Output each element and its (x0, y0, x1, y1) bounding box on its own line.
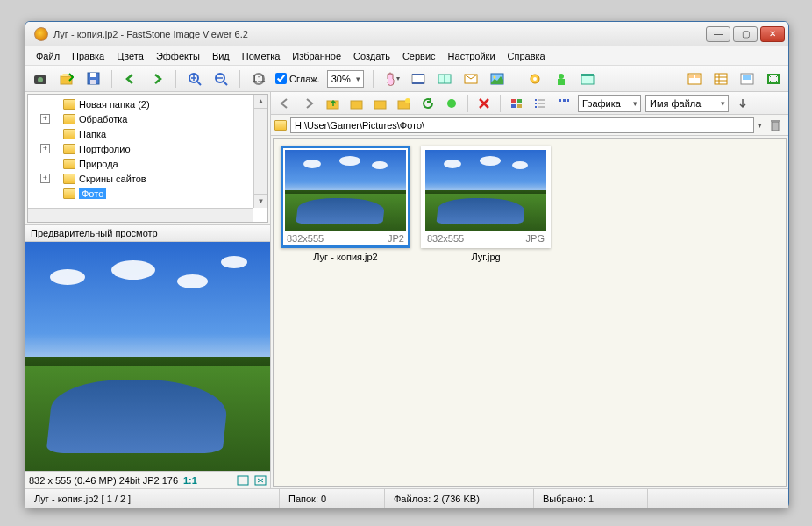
close-button[interactable]: ✕ (760, 26, 785, 42)
folder-icon (63, 129, 75, 139)
svg-rect-25 (715, 74, 727, 84)
open-icon[interactable] (57, 69, 76, 89)
tree-vscrollbar[interactable] (253, 95, 267, 208)
menu-effects[interactable]: Эффекты (151, 49, 205, 63)
thumbnail-area[interactable]: 832x555JP2 Луг - копия.jp2 832x555JPG Лу… (273, 138, 787, 487)
svg-rect-29 (238, 476, 248, 485)
trash-icon[interactable] (766, 116, 785, 135)
expand-icon[interactable] (254, 475, 267, 486)
tree-item[interactable]: Природа (28, 156, 267, 171)
svg-rect-20 (581, 75, 594, 84)
favorite-icon[interactable] (442, 94, 461, 113)
svg-rect-37 (511, 99, 516, 103)
zoom-select[interactable]: 30% (327, 70, 364, 88)
thumbnail[interactable]: 832x555JPG Луг.jpg (421, 146, 551, 262)
menu-colors[interactable]: Цвета (111, 49, 149, 63)
menu-edit[interactable]: Правка (67, 49, 110, 63)
hand-icon[interactable]: ▾ (382, 69, 402, 89)
tree-item[interactable]: +Портфолио (28, 141, 267, 156)
status-file: Луг - копия.jp2 [ 1 / 2 ] (25, 489, 280, 508)
expand-icon[interactable]: + (40, 144, 50, 153)
svg-text:1:1: 1:1 (252, 73, 265, 83)
delete-icon[interactable] (474, 94, 494, 113)
tree-hscrollbar[interactable] (28, 208, 253, 222)
tree-item-selected[interactable]: Фото (28, 186, 267, 201)
view-thumbs-icon[interactable] (685, 69, 704, 89)
sort-dir-icon[interactable] (733, 94, 752, 113)
email-icon[interactable] (461, 69, 481, 89)
path-input[interactable]: H:\User\Gamer\Pictures\Фото\ (290, 117, 754, 133)
main-toolbar: 1:1 Сглаж. 30% ▾ (25, 66, 788, 92)
menu-tools[interactable]: Сервис (397, 49, 441, 63)
menu-settings[interactable]: Настройки (443, 49, 501, 63)
menu-file[interactable]: Файл (31, 49, 65, 63)
up-folder-icon[interactable] (324, 94, 343, 113)
desktop-folder-icon[interactable] (371, 94, 390, 113)
maximize-button[interactable]: ▢ (733, 26, 758, 42)
fit-icon[interactable] (237, 475, 249, 486)
refresh-icon[interactable] (418, 94, 438, 113)
view-small-icon[interactable] (554, 94, 573, 113)
next-icon[interactable] (147, 69, 167, 89)
status-folders: Папок: 0 (280, 489, 385, 508)
save-icon[interactable] (83, 69, 103, 89)
preview-image[interactable] (25, 242, 270, 471)
view-list-icon[interactable] (531, 94, 550, 113)
new-folder-icon[interactable] (395, 94, 414, 113)
expand-icon[interactable]: + (40, 174, 50, 183)
minimize-button[interactable]: — (706, 26, 730, 42)
menu-create[interactable]: Создать (348, 49, 395, 63)
menubar: Файл Правка Цвета Эффекты Вид Пометка Из… (25, 46, 788, 66)
menu-tag[interactable]: Пометка (237, 49, 286, 63)
app-window: Луг - копия.jp2 - FastStone Image Viewer… (25, 21, 789, 508)
skin-icon[interactable] (552, 69, 571, 89)
sort-select[interactable]: Имя файла (645, 95, 729, 112)
ratio-label[interactable]: 1:1 (183, 475, 197, 486)
svg-rect-38 (517, 99, 522, 103)
back-icon[interactable] (276, 94, 296, 113)
view-detail-icon[interactable] (711, 69, 730, 89)
tree-item[interactable]: +Обработка (28, 111, 267, 126)
svg-rect-10 (412, 75, 424, 83)
svg-rect-43 (535, 106, 537, 108)
acquire-icon[interactable] (31, 69, 50, 89)
smooth-check-input[interactable] (275, 73, 287, 84)
filter-select[interactable]: Графика (578, 95, 641, 112)
path-dropdown-icon[interactable]: ▾ (758, 121, 762, 130)
zoom-in-icon[interactable] (185, 69, 204, 89)
svg-rect-48 (771, 120, 780, 122)
thumb-name: Луг.jpg (421, 252, 551, 262)
tree-item[interactable]: Новая папка (2) (28, 96, 267, 111)
view-large-icon[interactable] (507, 94, 526, 113)
fullscreen-icon[interactable] (764, 69, 783, 89)
actual-size-icon[interactable]: 1:1 (249, 69, 268, 89)
screenshot-icon[interactable] (578, 69, 597, 89)
settings-gear-icon[interactable] (525, 69, 545, 89)
folder-icon (63, 159, 75, 169)
svg-rect-27 (743, 75, 751, 80)
compare-icon[interactable] (435, 69, 454, 89)
menu-help[interactable]: Справка (502, 49, 551, 63)
preview-info: 832 x 555 (0.46 MP) 24bit JP2 176 (29, 475, 178, 486)
thumb-dims: 832x555 (287, 233, 324, 244)
forward-icon[interactable] (300, 94, 319, 113)
titlebar[interactable]: Луг - копия.jp2 - FastStone Image Viewer… (25, 22, 788, 46)
home-folder-icon[interactable] (347, 94, 367, 113)
status-files: Файлов: 2 (736 KB) (385, 489, 534, 508)
expand-icon[interactable]: + (40, 114, 50, 124)
slideshow-icon[interactable] (409, 69, 428, 89)
menu-view[interactable]: Вид (207, 49, 235, 63)
prev-icon[interactable] (121, 69, 140, 89)
tree-item[interactable]: +Скрины сайтов (28, 171, 267, 186)
menu-favorites[interactable]: Избранное (287, 49, 346, 63)
wallpaper-icon[interactable] (488, 69, 507, 89)
folder-tree[interactable]: Новая папка (2) +Обработка Папка +Портфо… (27, 94, 268, 223)
svg-rect-47 (772, 122, 779, 131)
folder-icon (63, 144, 75, 154)
thumbnail-selected[interactable]: 832x555JP2 Луг - копия.jp2 (281, 146, 410, 262)
smooth-checkbox[interactable]: Сглаж. (275, 73, 320, 84)
svg-rect-45 (563, 99, 566, 102)
zoom-out-icon[interactable] (211, 69, 231, 89)
view-filmstrip-icon[interactable] (737, 69, 757, 89)
tree-item[interactable]: Папка (28, 126, 267, 141)
